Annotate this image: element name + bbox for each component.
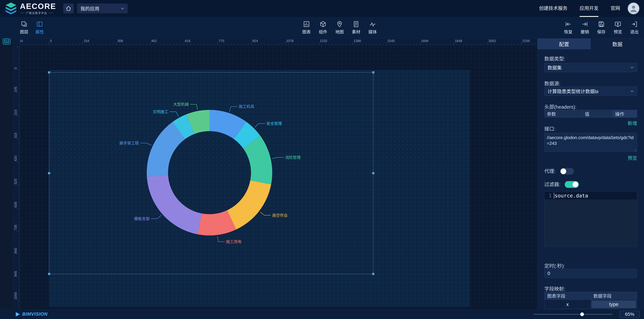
restore-label: 恢复: [564, 29, 572, 35]
charts-button[interactable]: 图表: [300, 17, 313, 39]
mapping-field-input[interactable]: type: [591, 300, 636, 308]
vertical-ruler: 01052103154205256307358409451050: [13, 45, 20, 309]
person-icon: [629, 4, 638, 13]
zoom-slider-knob[interactable]: [580, 312, 584, 316]
map-button[interactable]: 地图: [333, 17, 346, 39]
data-source-value: 计算隐患类型统计数据bi: [548, 88, 598, 95]
topbar-menu: 创建技术服务 应用开发 官网: [539, 0, 620, 17]
menu-official-site[interactable]: 官网: [610, 0, 620, 17]
media-button[interactable]: 媒体: [366, 17, 379, 39]
components-button[interactable]: 组件: [316, 17, 330, 39]
home-button[interactable]: [63, 4, 74, 13]
line-number: 1: [544, 193, 554, 198]
preview-label: 预览: [614, 29, 622, 35]
cube-icon: [320, 21, 326, 28]
proxy-toggle[interactable]: [560, 168, 574, 175]
restore-button[interactable]: 恢复: [562, 17, 575, 39]
bar-chart-icon: [303, 21, 310, 28]
exit-icon: [631, 21, 638, 28]
preview-data-link[interactable]: 预览: [628, 154, 637, 160]
filter-label: 过滤器:: [544, 182, 560, 187]
toggle-knob: [572, 182, 578, 187]
resize-handle-top-right[interactable]: [372, 71, 374, 73]
materials-label: 素材: [352, 29, 360, 35]
resize-handle-mid-right[interactable]: [372, 172, 374, 174]
chevron-down-icon: [120, 7, 124, 10]
undo-button[interactable]: 撤销: [578, 17, 591, 39]
mapping-cell-chart-field: x: [544, 300, 591, 309]
headers-table: 参数 值 操作: [544, 110, 637, 118]
screen-chart-icon: [4, 38, 10, 44]
editor-canvas[interactable]: 施工机具安全管理消防管理高空作业施工用电模板支架脚手架工程文明施工大型机械: [20, 45, 537, 309]
chevron-down-icon: [630, 90, 634, 93]
preview-icon: [614, 21, 621, 28]
zoom-slider[interactable]: [533, 314, 613, 314]
data-type-select[interactable]: 数据集: [544, 63, 637, 72]
filter-code-editor[interactable]: 1 source.data: [544, 192, 637, 247]
field-mapping-table: 图表字段 数据字段 x type: [544, 292, 637, 309]
bimvision-logo-icon: [15, 311, 20, 317]
mapping-col-chart-field: 图表字段: [544, 292, 591, 300]
map-label: 地图: [335, 29, 344, 35]
logo-divider-left: [20, 13, 25, 13]
workspace: -154015430846261677092410781232138615401…: [13, 39, 537, 309]
topbar: AECORE 广联达数字中台 我的应用 创建技术服务 应用开发 官网: [0, 0, 644, 17]
app-select-value: 我的应用: [80, 5, 99, 12]
restore-icon: [565, 21, 572, 28]
home-icon: [66, 6, 72, 12]
resize-handle-top-left[interactable]: [48, 71, 50, 73]
headers-col-action: 操作: [613, 110, 637, 118]
add-header-link[interactable]: 新增: [628, 120, 637, 125]
timer-label: 定时(:秒):: [544, 263, 637, 269]
app-select-dropdown[interactable]: 我的应用: [77, 4, 128, 13]
data-type-label: 数据类型:: [544, 56, 637, 62]
bottombar: BIMVISION 65%: [0, 309, 644, 319]
filter-toggle[interactable]: [565, 181, 579, 188]
api-url-textarea[interactable]: //aecore.glodon.com/datavp/dataSets/gdc?…: [544, 133, 637, 152]
components-label: 组件: [319, 29, 327, 35]
menu-app-development[interactable]: 应用开发: [580, 0, 598, 17]
data-source-label: 数据源:: [544, 81, 637, 87]
user-avatar[interactable]: [628, 2, 640, 15]
api-label: 接口:: [544, 126, 637, 132]
zoom-level-indicator: 65%: [620, 311, 640, 318]
exit-button[interactable]: 退出: [628, 17, 641, 39]
left-sidebar: [0, 17, 13, 309]
aecore-logo-icon: [4, 2, 18, 15]
tab-config[interactable]: 配置: [538, 39, 591, 49]
map-pin-icon: [336, 21, 343, 28]
editor-toolbar: 图层 属性 图表 组件 地图: [0, 17, 644, 39]
materials-button[interactable]: 素材: [350, 17, 363, 39]
toggle-knob: [560, 168, 566, 174]
save-icon: [598, 21, 605, 28]
headers-label: 头部(headers):: [544, 104, 637, 110]
properties-label: 属性: [36, 29, 44, 35]
selection-box[interactable]: [49, 72, 374, 274]
resize-grip-icon[interactable]: [634, 149, 636, 151]
resize-handle-mid-left[interactable]: [48, 172, 50, 174]
bimvision-brand-text: BIMVISION: [22, 311, 48, 317]
document-icon: [353, 21, 360, 28]
bimvision-brand: BIMVISION: [15, 311, 48, 317]
charts-label: 图表: [302, 29, 311, 35]
logo-title: AECORE: [20, 2, 56, 11]
menu-create-tech-service[interactable]: 创建技术服务: [539, 0, 568, 17]
timer-input[interactable]: 0: [544, 269, 637, 278]
code-line[interactable]: 1 source.data: [544, 192, 637, 199]
horizontal-ruler: -154015430846261677092410781232138615401…: [13, 39, 537, 45]
data-source-select[interactable]: 计算隐患类型统计数据bi: [544, 87, 637, 96]
properties-button[interactable]: 属性: [33, 17, 46, 39]
save-button[interactable]: 保存: [595, 17, 608, 39]
exit-label: 退出: [630, 29, 638, 35]
tab-data[interactable]: 数据: [591, 39, 644, 49]
mapping-cell-data-field[interactable]: type: [591, 300, 637, 309]
preview-button[interactable]: 预览: [611, 17, 624, 39]
resize-handle-bottom-right[interactable]: [372, 273, 374, 275]
chevron-down-icon: [630, 66, 634, 69]
headers-col-param: 参数: [544, 110, 582, 118]
resize-handle-bottom-left[interactable]: [48, 273, 50, 275]
layers-button[interactable]: 图层: [18, 17, 31, 39]
timer-value: 0: [548, 271, 550, 276]
code-text: source.data: [554, 193, 588, 199]
data-type-value: 数据集: [548, 64, 562, 71]
